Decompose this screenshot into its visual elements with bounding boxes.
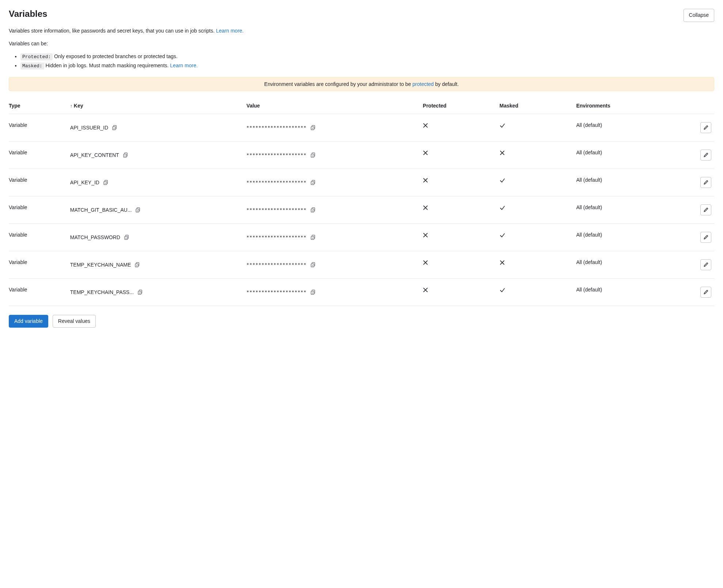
cell-environments: All (default) (576, 141, 676, 169)
edit-button[interactable] (700, 150, 711, 161)
copy-key-icon[interactable] (122, 152, 129, 158)
cell-environments: All (default) (576, 223, 676, 251)
copy-value-icon[interactable] (310, 207, 316, 213)
copy-key-icon[interactable] (135, 207, 141, 213)
cell-protected (423, 223, 500, 251)
copy-value-icon[interactable] (310, 234, 316, 241)
value-text: ******************** (246, 180, 307, 185)
cell-type: Variable (9, 169, 70, 196)
check-icon (500, 204, 506, 210)
value-text: ******************** (246, 125, 307, 130)
copy-value-icon[interactable] (310, 179, 316, 186)
copy-key-icon[interactable] (111, 124, 118, 131)
edit-button[interactable] (700, 259, 711, 270)
cell-actions (676, 114, 714, 141)
copy-value-icon[interactable] (310, 124, 316, 131)
header-type[interactable]: Type (9, 98, 70, 114)
cell-masked (500, 196, 576, 223)
variable-types-list: Protected: Only exposed to protected bra… (9, 52, 714, 71)
cell-actions (676, 223, 714, 251)
protected-tag: Protected: (20, 53, 53, 60)
close-icon (423, 177, 429, 183)
cell-type: Variable (9, 114, 70, 141)
header-key[interactable]: ↑Key (70, 98, 247, 114)
masked-desc: Hidden in job logs. Must match masking r… (46, 63, 169, 68)
copy-value-icon[interactable] (310, 261, 316, 268)
cell-key: TEMP_KEYCHAIN_PASS... (70, 278, 247, 306)
header-masked[interactable]: Masked (500, 98, 576, 114)
copy-key-icon[interactable] (137, 289, 143, 295)
cell-value: ******************** (246, 114, 423, 141)
description-text: Variables store information, like passwo… (9, 27, 714, 35)
table-row: Variable API_KEY_CONTENT ***************… (9, 141, 714, 169)
cell-actions (676, 141, 714, 169)
alert-suffix: by default. (435, 81, 459, 87)
cell-masked (500, 169, 576, 196)
copy-key-icon[interactable] (134, 261, 140, 268)
header-actions (676, 98, 714, 114)
cell-key: API_KEY_ID (70, 169, 247, 196)
sort-asc-icon: ↑ (70, 103, 72, 109)
table-row: Variable MATCH_GIT_BASIC_AU... *********… (9, 196, 714, 223)
edit-button[interactable] (700, 177, 711, 188)
reveal-values-button[interactable]: Reveal values (53, 315, 96, 328)
cell-value: ******************** (246, 169, 423, 196)
cell-protected (423, 278, 500, 306)
alert-prefix: Environment variables are configured by … (264, 81, 411, 87)
cell-protected (423, 169, 500, 196)
cell-actions (676, 251, 714, 278)
cell-actions (676, 278, 714, 306)
cell-type: Variable (9, 196, 70, 223)
close-icon (423, 122, 429, 128)
check-icon (500, 177, 506, 183)
edit-button[interactable] (700, 204, 711, 215)
collapse-button[interactable]: Collapse (684, 9, 714, 22)
close-icon (423, 287, 429, 293)
close-icon (500, 259, 506, 265)
table-row: Variable TEMP_KEYCHAIN_NAME ************… (9, 251, 714, 278)
edit-button[interactable] (700, 287, 711, 298)
cell-environments: All (default) (576, 114, 676, 141)
value-text: ******************** (246, 152, 307, 158)
close-icon (423, 259, 429, 265)
header-value[interactable]: Value (246, 98, 423, 114)
masked-learn-more-link[interactable]: Learn more. (170, 63, 197, 68)
table-row: Variable TEMP_KEYCHAIN_PASS... *********… (9, 278, 714, 306)
header-key-label: Key (74, 103, 83, 109)
cell-environments: All (default) (576, 278, 676, 306)
learn-more-link[interactable]: Learn more. (216, 28, 243, 34)
cell-key: API_ISSUER_ID (70, 114, 247, 141)
close-icon (423, 232, 429, 238)
check-icon (500, 122, 506, 128)
add-variable-button[interactable]: Add variable (9, 315, 48, 328)
value-text: ******************** (246, 262, 307, 267)
edit-button[interactable] (700, 232, 711, 243)
copy-key-icon[interactable] (123, 234, 130, 241)
copy-key-icon[interactable] (102, 179, 109, 186)
cell-masked (500, 114, 576, 141)
cell-protected (423, 196, 500, 223)
alert-protected-link[interactable]: protected (412, 81, 434, 87)
description-body: Variables store information, like passwo… (9, 28, 215, 34)
key-text: API_KEY_ID (70, 180, 99, 185)
variables-can-be-text: Variables can be: (9, 40, 714, 48)
header-environments[interactable]: Environments (576, 98, 676, 114)
key-text: API_ISSUER_ID (70, 125, 108, 131)
cell-masked (500, 251, 576, 278)
copy-value-icon[interactable] (310, 152, 316, 158)
edit-button[interactable] (700, 122, 711, 133)
cell-type: Variable (9, 278, 70, 306)
cell-value: ******************** (246, 196, 423, 223)
cell-key: MATCH_GIT_BASIC_AU... (70, 196, 247, 223)
cell-environments: All (default) (576, 251, 676, 278)
value-text: ******************** (246, 235, 307, 240)
admin-alert: Environment variables are configured by … (9, 77, 714, 91)
copy-value-icon[interactable] (310, 289, 316, 295)
cell-value: ******************** (246, 278, 423, 306)
value-text: ******************** (246, 207, 307, 212)
cell-type: Variable (9, 251, 70, 278)
cell-value: ******************** (246, 251, 423, 278)
cell-type: Variable (9, 141, 70, 169)
header-protected[interactable]: Protected (423, 98, 500, 114)
table-row: Variable API_KEY_ID ******************** (9, 169, 714, 196)
